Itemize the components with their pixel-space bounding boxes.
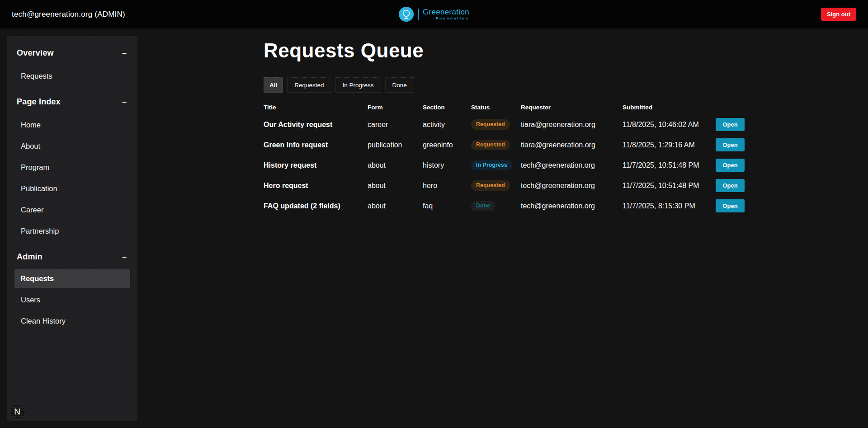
open-button[interactable]: Open bbox=[716, 179, 745, 192]
sidebar-section-header[interactable]: Page Index – bbox=[7, 93, 137, 111]
logged-in-user-label: tech@greeneration.org (ADMIN) bbox=[12, 10, 125, 19]
brand-logo: Greeneration Foundation bbox=[399, 7, 469, 22]
table-header-row: Title Form Section Status Requester Subm… bbox=[264, 100, 745, 114]
sidebar-item-page-index-career[interactable]: Career bbox=[7, 199, 137, 221]
collapse-minus-icon: – bbox=[122, 252, 127, 262]
page-title: Requests Queue bbox=[264, 40, 745, 61]
sidebar-item-page-index-publication[interactable]: Publication bbox=[7, 178, 137, 199]
nextjs-dev-badge[interactable]: N bbox=[9, 404, 25, 420]
cell-status: In Progress bbox=[471, 160, 521, 170]
cell-submitted: 11/7/2025, 10:51:48 PM bbox=[623, 161, 716, 169]
filter-tab-requested[interactable]: Requested bbox=[287, 77, 331, 93]
column-header-requester: Requester bbox=[521, 104, 623, 111]
sidebar-section: Page Index – Home About Program Publicat… bbox=[7, 93, 137, 242]
column-header-form: Form bbox=[368, 104, 423, 111]
cell-form: publication bbox=[368, 141, 423, 149]
table-row: FAQ updated (2 fields) about faq Done te… bbox=[264, 196, 745, 216]
requests-table: Title Form Section Status Requester Subm… bbox=[264, 100, 745, 216]
cell-requester: tech@greeneration.org bbox=[521, 161, 623, 169]
cell-status: Requested bbox=[471, 140, 521, 150]
cell-section: history bbox=[423, 161, 471, 169]
column-header-title: Title bbox=[264, 104, 368, 111]
cell-title: Our Activity request bbox=[264, 121, 368, 129]
column-header-section: Section bbox=[423, 104, 471, 111]
cell-actions: Open bbox=[716, 179, 745, 192]
sidebar-section-title: Overview bbox=[17, 48, 54, 58]
brand-logo-icon bbox=[399, 7, 414, 22]
cell-section: activity bbox=[423, 121, 471, 129]
sidebar-item-page-index-about[interactable]: About bbox=[7, 136, 137, 157]
sidebar-item-page-index-program[interactable]: Program bbox=[7, 157, 137, 178]
topbar: tech@greeneration.org (ADMIN) Greenerati… bbox=[0, 0, 868, 28]
table-row: History request about history In Progres… bbox=[264, 155, 745, 175]
open-button[interactable]: Open bbox=[716, 118, 745, 131]
cell-submitted: 11/8/2025, 1:29:16 AM bbox=[623, 141, 716, 149]
filter-tab-done[interactable]: Done bbox=[385, 77, 414, 93]
status-badge: Requested bbox=[471, 119, 510, 130]
cell-requester: tiara@greeneration.org bbox=[521, 121, 623, 129]
filter-tab-all[interactable]: All bbox=[264, 77, 283, 93]
sidebar-section: Admin – Requests Users Clean History bbox=[7, 248, 137, 332]
sidebar-item-page-index-home[interactable]: Home bbox=[7, 114, 137, 136]
open-button[interactable]: Open bbox=[716, 138, 745, 151]
cell-section: hero bbox=[423, 182, 471, 190]
cell-submitted: 11/8/2025, 10:46:02 AM bbox=[623, 121, 716, 129]
status-badge: Done bbox=[471, 201, 495, 211]
status-badge: Requested bbox=[471, 180, 510, 191]
cell-requester: tech@greeneration.org bbox=[521, 182, 623, 190]
sidebar-section: Overview – Requests bbox=[7, 44, 137, 87]
cell-requester: tiara@greeneration.org bbox=[521, 141, 623, 149]
cell-actions: Open bbox=[716, 159, 745, 172]
collapse-minus-icon: – bbox=[122, 48, 127, 58]
status-filter-tabs: All Requested In Progress Done bbox=[264, 77, 745, 93]
brand-name: Greeneration bbox=[423, 8, 469, 16]
filter-tab-in-progress[interactable]: In Progress bbox=[335, 77, 381, 93]
column-header-submitted: Submitted bbox=[623, 104, 716, 111]
status-badge: Requested bbox=[471, 140, 510, 150]
open-button[interactable]: Open bbox=[716, 159, 745, 172]
open-button[interactable]: Open bbox=[716, 199, 745, 212]
cell-status: Requested bbox=[471, 180, 521, 191]
cell-form: about bbox=[368, 161, 423, 169]
sidebar-item-page-index-partnership[interactable]: Partnership bbox=[7, 221, 137, 242]
brand-subtitle: Foundation bbox=[423, 17, 469, 20]
column-header-status: Status bbox=[471, 104, 521, 111]
sidebar-section-header[interactable]: Overview – bbox=[7, 44, 137, 62]
sidebar-section-title: Admin bbox=[17, 252, 42, 262]
brand-separator bbox=[418, 9, 419, 20]
cell-section: greeninfo bbox=[423, 141, 471, 149]
sidebar-item-admin-users[interactable]: Users bbox=[7, 289, 137, 310]
collapse-minus-icon: – bbox=[122, 97, 127, 107]
sidebar-section-title: Page Index bbox=[17, 97, 61, 107]
cell-actions: Open bbox=[716, 138, 745, 151]
cell-requester: tech@greeneration.org bbox=[521, 202, 623, 210]
cell-section: faq bbox=[423, 202, 471, 210]
main-content: Requests Queue All Requested In Progress… bbox=[264, 28, 745, 216]
sidebar-item-admin-clean-history[interactable]: Clean History bbox=[7, 310, 137, 332]
sidebar-section-header[interactable]: Admin – bbox=[7, 248, 137, 266]
sidebar-item-admin-requests[interactable]: Requests bbox=[14, 269, 130, 288]
sidebar: Overview – Requests Page Index – Home Ab… bbox=[7, 36, 137, 421]
cell-form: about bbox=[368, 202, 423, 210]
status-badge: In Progress bbox=[471, 160, 512, 170]
cell-actions: Open bbox=[716, 199, 745, 212]
cell-title: Green Info request bbox=[264, 141, 368, 149]
table-row: Green Info request publication greeninfo… bbox=[264, 135, 745, 155]
cell-form: career bbox=[368, 121, 423, 129]
table-row: Hero request about hero Requested tech@g… bbox=[264, 175, 745, 196]
cell-actions: Open bbox=[716, 118, 745, 131]
cell-submitted: 11/7/2025, 8:15:30 PM bbox=[623, 202, 716, 210]
cell-status: Requested bbox=[471, 119, 521, 130]
table-row: Our Activity request career activity Req… bbox=[264, 114, 745, 135]
cell-title: History request bbox=[264, 161, 368, 169]
cell-status: Done bbox=[471, 201, 521, 211]
sidebar-item-overview-requests[interactable]: Requests bbox=[7, 66, 137, 87]
cell-title: Hero request bbox=[264, 182, 368, 190]
cell-title: FAQ updated (2 fields) bbox=[264, 202, 368, 210]
sign-out-button[interactable]: Sign out bbox=[821, 8, 856, 21]
cell-submitted: 11/7/2025, 10:51:48 PM bbox=[623, 182, 716, 190]
cell-form: about bbox=[368, 182, 423, 190]
nextjs-n-icon: N bbox=[14, 407, 20, 417]
